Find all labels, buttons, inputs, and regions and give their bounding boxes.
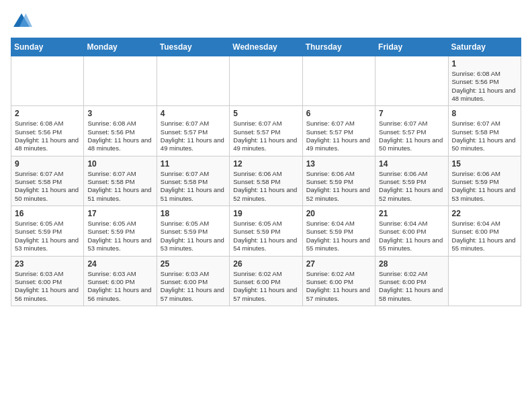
day-info: Sunrise: 6:03 AM Sunset: 6:00 PM Dayligh… [15, 270, 80, 303]
day-number: 12 [233, 159, 298, 169]
calendar-header-sunday: Sunday [11, 38, 84, 56]
day-info: Sunrise: 6:03 AM Sunset: 6:00 PM Dayligh… [161, 270, 226, 303]
calendar-cell: 7Sunrise: 6:07 AM Sunset: 5:57 PM Daylig… [375, 106, 448, 156]
calendar-header-wednesday: Wednesday [230, 38, 302, 56]
day-info: Sunrise: 6:07 AM Sunset: 5:58 PM Dayligh… [452, 120, 517, 152]
logo-icon [11, 11, 32, 32]
calendar-cell: 20Sunrise: 6:04 AM Sunset: 5:59 PM Dayli… [302, 206, 375, 256]
calendar-cell [302, 56, 375, 106]
calendar-cell: 1Sunrise: 6:08 AM Sunset: 5:56 PM Daylig… [448, 56, 521, 106]
day-number: 17 [87, 209, 152, 218]
day-number: 8 [452, 109, 517, 118]
day-number: 2 [15, 109, 80, 118]
day-info: Sunrise: 6:08 AM Sunset: 5:56 PM Dayligh… [87, 120, 152, 152]
calendar-cell: 14Sunrise: 6:06 AM Sunset: 5:59 PM Dayli… [375, 156, 448, 205]
day-number: 18 [161, 209, 226, 218]
day-info: Sunrise: 6:07 AM Sunset: 5:58 PM Dayligh… [87, 170, 152, 203]
day-number: 26 [233, 259, 298, 269]
day-number: 9 [15, 159, 80, 169]
page-header [11, 11, 521, 32]
calendar-cell: 15Sunrise: 6:06 AM Sunset: 5:59 PM Dayli… [448, 156, 521, 205]
calendar-cell: 13Sunrise: 6:06 AM Sunset: 5:59 PM Dayli… [302, 156, 375, 205]
calendar-week-row: 9Sunrise: 6:07 AM Sunset: 5:58 PM Daylig… [11, 156, 521, 205]
day-number: 16 [15, 209, 80, 218]
day-info: Sunrise: 6:02 AM Sunset: 6:00 PM Dayligh… [233, 270, 298, 303]
calendar-cell [448, 256, 521, 306]
calendar-cell: 3Sunrise: 6:08 AM Sunset: 5:56 PM Daylig… [84, 106, 157, 156]
day-number: 23 [15, 259, 80, 269]
day-number: 6 [306, 109, 371, 118]
calendar-cell: 25Sunrise: 6:03 AM Sunset: 6:00 PM Dayli… [157, 256, 229, 306]
calendar-header-row: SundayMondayTuesdayWednesdayThursdayFrid… [11, 38, 521, 56]
day-info: Sunrise: 6:06 AM Sunset: 5:59 PM Dayligh… [379, 170, 444, 203]
day-info: Sunrise: 6:07 AM Sunset: 5:57 PM Dayligh… [379, 120, 444, 152]
calendar-cell: 27Sunrise: 6:02 AM Sunset: 6:00 PM Dayli… [302, 256, 375, 306]
calendar-header-monday: Monday [84, 38, 157, 56]
day-info: Sunrise: 6:05 AM Sunset: 5:59 PM Dayligh… [15, 220, 80, 253]
calendar-cell: 23Sunrise: 6:03 AM Sunset: 6:00 PM Dayli… [11, 256, 84, 306]
day-number: 4 [161, 109, 226, 118]
calendar-cell [84, 56, 157, 106]
calendar-cell: 12Sunrise: 6:06 AM Sunset: 5:58 PM Dayli… [230, 156, 302, 205]
calendar-cell [157, 56, 229, 106]
calendar-cell: 17Sunrise: 6:05 AM Sunset: 5:59 PM Dayli… [84, 206, 157, 256]
day-info: Sunrise: 6:06 AM Sunset: 5:58 PM Dayligh… [233, 170, 298, 203]
day-info: Sunrise: 6:07 AM Sunset: 5:57 PM Dayligh… [306, 120, 371, 152]
calendar-cell: 26Sunrise: 6:02 AM Sunset: 6:00 PM Dayli… [230, 256, 302, 306]
day-info: Sunrise: 6:05 AM Sunset: 5:59 PM Dayligh… [233, 220, 298, 253]
day-info: Sunrise: 6:07 AM Sunset: 5:57 PM Dayligh… [161, 120, 226, 152]
calendar-cell: 9Sunrise: 6:07 AM Sunset: 5:58 PM Daylig… [11, 156, 84, 205]
day-info: Sunrise: 6:03 AM Sunset: 6:00 PM Dayligh… [87, 270, 152, 303]
day-info: Sunrise: 6:08 AM Sunset: 5:56 PM Dayligh… [15, 120, 80, 152]
day-number: 27 [306, 259, 371, 269]
day-number: 13 [306, 159, 371, 169]
calendar-cell [375, 56, 448, 106]
calendar-cell: 8Sunrise: 6:07 AM Sunset: 5:58 PM Daylig… [448, 106, 521, 156]
calendar-cell: 4Sunrise: 6:07 AM Sunset: 5:57 PM Daylig… [157, 106, 229, 156]
day-info: Sunrise: 6:04 AM Sunset: 6:00 PM Dayligh… [379, 220, 444, 253]
calendar-cell: 21Sunrise: 6:04 AM Sunset: 6:00 PM Dayli… [375, 206, 448, 256]
day-number: 21 [379, 209, 444, 218]
calendar-cell [230, 56, 302, 106]
calendar-cell: 10Sunrise: 6:07 AM Sunset: 5:58 PM Dayli… [84, 156, 157, 205]
day-number: 1 [452, 59, 517, 68]
logo [11, 11, 35, 32]
calendar-header-tuesday: Tuesday [157, 38, 229, 56]
day-number: 3 [87, 109, 152, 118]
day-number: 14 [379, 159, 444, 169]
day-number: 20 [306, 209, 371, 218]
calendar-header-friday: Friday [375, 38, 448, 56]
calendar-week-row: 2Sunrise: 6:08 AM Sunset: 5:56 PM Daylig… [11, 106, 521, 156]
calendar-cell: 6Sunrise: 6:07 AM Sunset: 5:57 PM Daylig… [302, 106, 375, 156]
day-info: Sunrise: 6:05 AM Sunset: 5:59 PM Dayligh… [161, 220, 226, 253]
calendar-cell: 2Sunrise: 6:08 AM Sunset: 5:56 PM Daylig… [11, 106, 84, 156]
day-number: 19 [233, 209, 298, 218]
calendar-cell: 18Sunrise: 6:05 AM Sunset: 5:59 PM Dayli… [157, 206, 229, 256]
day-info: Sunrise: 6:08 AM Sunset: 5:56 PM Dayligh… [452, 70, 517, 103]
calendar-cell: 11Sunrise: 6:07 AM Sunset: 5:58 PM Dayli… [157, 156, 229, 205]
calendar-cell: 5Sunrise: 6:07 AM Sunset: 5:57 PM Daylig… [230, 106, 302, 156]
day-number: 22 [452, 209, 517, 218]
day-info: Sunrise: 6:07 AM Sunset: 5:58 PM Dayligh… [161, 170, 226, 203]
calendar-table: SundayMondayTuesdayWednesdayThursdayFrid… [11, 38, 521, 306]
day-number: 25 [161, 259, 226, 269]
calendar-cell [11, 56, 84, 106]
calendar-header-thursday: Thursday [302, 38, 375, 56]
day-info: Sunrise: 6:05 AM Sunset: 5:59 PM Dayligh… [87, 220, 152, 253]
day-number: 10 [87, 159, 152, 169]
day-number: 15 [452, 159, 517, 169]
day-number: 5 [233, 109, 298, 118]
day-info: Sunrise: 6:06 AM Sunset: 5:59 PM Dayligh… [452, 170, 517, 203]
calendar-cell: 19Sunrise: 6:05 AM Sunset: 5:59 PM Dayli… [230, 206, 302, 256]
calendar-cell: 28Sunrise: 6:02 AM Sunset: 6:00 PM Dayli… [375, 256, 448, 306]
calendar-week-row: 16Sunrise: 6:05 AM Sunset: 5:59 PM Dayli… [11, 206, 521, 256]
day-info: Sunrise: 6:02 AM Sunset: 6:00 PM Dayligh… [306, 270, 371, 303]
day-number: 11 [161, 159, 226, 169]
calendar-cell: 16Sunrise: 6:05 AM Sunset: 5:59 PM Dayli… [11, 206, 84, 256]
day-number: 7 [379, 109, 444, 118]
day-info: Sunrise: 6:07 AM Sunset: 5:58 PM Dayligh… [15, 170, 80, 203]
day-info: Sunrise: 6:04 AM Sunset: 6:00 PM Dayligh… [452, 220, 517, 253]
day-number: 24 [87, 259, 152, 269]
calendar-week-row: 23Sunrise: 6:03 AM Sunset: 6:00 PM Dayli… [11, 256, 521, 306]
calendar-week-row: 1Sunrise: 6:08 AM Sunset: 5:56 PM Daylig… [11, 56, 521, 106]
